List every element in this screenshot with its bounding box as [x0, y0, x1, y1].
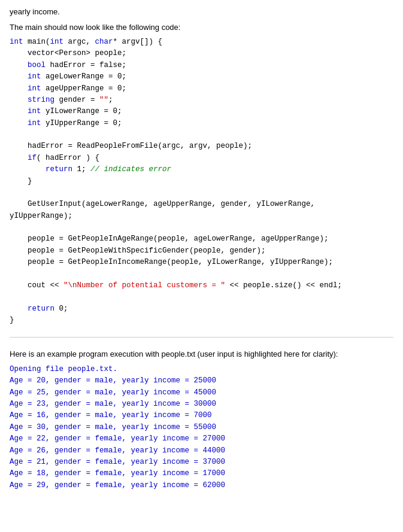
code-line-1: int main(int argc, char* argv[]) {	[10, 37, 393, 48]
code-block: int main(int argc, char* argv[]) { vecto…	[10, 37, 393, 326]
main-intro: The main should now look like the follow…	[10, 22, 393, 34]
code-line-18: cout << "\nNumber of potential customers…	[10, 280, 393, 291]
output-line-7: Age = 26, gender = female, yearly income…	[10, 445, 393, 457]
code-line-blank3	[10, 222, 393, 233]
code-line-3: bool hadError = false;	[10, 60, 393, 71]
code-line-blank2	[10, 187, 393, 199]
code-line-20: }	[10, 315, 393, 326]
code-line-6: string gender = "";	[10, 95, 393, 106]
example-section: Here is an example program execution wit…	[10, 348, 393, 491]
code-line-7: int yILowerRange = 0;	[10, 106, 393, 117]
output-line-2: Age = 25, gender = male, yearly income =…	[10, 387, 393, 399]
code-line-blank4	[10, 269, 393, 280]
output-line-3: Age = 23, gender = male, yearly income =…	[10, 399, 393, 410]
code-line-16: people = GetPeopleWithSpecificGender(peo…	[10, 245, 393, 257]
code-line-8: int yIUpperRange = 0;	[10, 118, 393, 129]
code-line-11: return 1; // indicates error	[10, 164, 393, 175]
output-block: Opening file people.txt. Age = 20, gende…	[10, 364, 393, 491]
output-line-8: Age = 21, gender = female, yearly income…	[10, 457, 393, 468]
code-line-10: if( hadError ) {	[10, 153, 393, 164]
output-line-6: Age = 22, gender = female, yearly income…	[10, 433, 393, 445]
code-line-17: people = GetPeopleInIncomeRange(people, …	[10, 257, 393, 268]
code-line-14: yIUpperRange);	[10, 211, 393, 222]
code-line-blank1	[10, 129, 393, 141]
code-line-15: people = GetPeopleInAgeRange(people, age…	[10, 233, 393, 245]
code-line-blank5	[10, 291, 393, 303]
output-line-5: Age = 30, gender = male, yearly income =…	[10, 422, 393, 433]
output-line-4: Age = 16, gender = male, yearly income =…	[10, 410, 393, 421]
output-line-10: Age = 29, gender = female, yearly income…	[10, 480, 393, 491]
code-line-12: }	[10, 176, 393, 187]
divider	[10, 337, 393, 338]
code-line-13: GetUserInput(ageLowerRange, ageUpperRang…	[10, 199, 393, 210]
code-line-5: int ageUpperRange = 0;	[10, 83, 393, 95]
output-line-9: Age = 18, gender = female, yearly income…	[10, 468, 393, 479]
code-line-4: int ageLowerRange = 0;	[10, 71, 393, 83]
code-line-2: vector<Person> people;	[10, 48, 393, 59]
code-line-19: return 0;	[10, 303, 393, 315]
output-line-1: Age = 20, gender = male, yearly income =…	[10, 375, 393, 387]
output-line-0: Opening file people.txt.	[10, 364, 393, 375]
example-intro: Here is an example program execution wit…	[10, 348, 393, 360]
intro-text: yearly income.	[10, 6, 393, 18]
code-line-9: hadError = ReadPeopleFromFile(argc, argv…	[10, 141, 393, 152]
